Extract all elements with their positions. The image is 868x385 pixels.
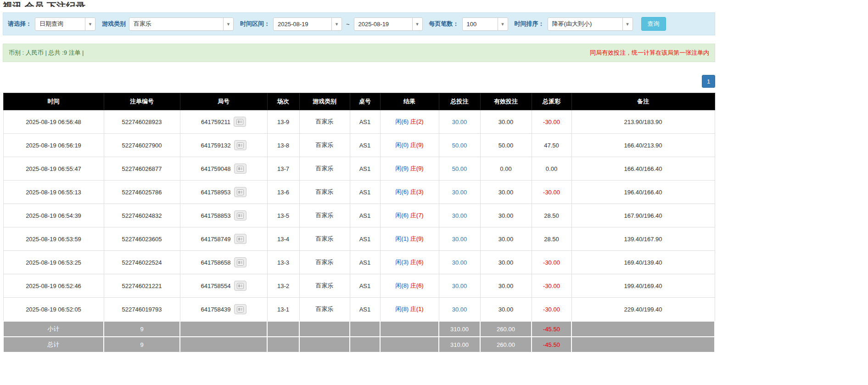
- per-page-dropdown[interactable]: 100 ▾: [462, 17, 508, 31]
- cell-time: 2025-08-19 06:53:59: [3, 227, 104, 251]
- summary-bar: 币别 : 人民币 | 总共 :9 注单 | 同局有效投注，统一计算在该局第一张注…: [3, 44, 715, 62]
- cell-bet-id: 522746019793: [104, 298, 180, 322]
- date-to-dropdown[interactable]: 2025-08-19 ▾: [354, 17, 423, 31]
- page-button-1[interactable]: 1: [702, 75, 715, 88]
- cell-result: 闲(1) 庄(9): [380, 227, 439, 251]
- round-result-icon[interactable]: [234, 234, 246, 244]
- round-number: 641758554: [201, 283, 230, 289]
- cell-bet-id: 522746025786: [104, 181, 180, 204]
- round-number: 641759132: [201, 142, 230, 149]
- cell-round: 641758953: [180, 181, 267, 204]
- round-result-icon[interactable]: [234, 210, 246, 221]
- cell-table: AS1: [350, 157, 380, 181]
- chevron-down-icon: ▾: [412, 18, 422, 30]
- round-result-icon[interactable]: [234, 117, 246, 127]
- cell-time: 2025-08-19 06:52:05: [3, 298, 104, 322]
- cell-result: 闲(6) 庄(3): [380, 181, 439, 204]
- footer-count: 9: [104, 321, 180, 337]
- sort-order-dropdown[interactable]: 降幂(由大到小) ▾: [548, 17, 633, 31]
- cell-game: 百家乐: [299, 251, 350, 274]
- banker-result: 庄(2): [410, 118, 424, 125]
- cell-game: 百家乐: [299, 134, 350, 157]
- player-result: 闲(6): [395, 212, 409, 219]
- cell-round: 641759048: [180, 157, 267, 181]
- cell-session: 13-9: [267, 110, 299, 134]
- round-result-icon[interactable]: [234, 304, 246, 314]
- cell-note: 196.40/166.40: [571, 181, 715, 204]
- banker-result: 庄(9): [410, 235, 424, 242]
- table-row: 2025-08-19 06:56:48522746028923641759211…: [3, 110, 715, 134]
- cell-payout: 0.00: [532, 157, 571, 181]
- page-title: 视讯 会员 下注纪录: [3, 0, 715, 7]
- round-result-icon[interactable]: [234, 281, 246, 291]
- page-title-clip: 视讯 会员 下注纪录: [3, 0, 715, 7]
- per-page-label: 每页笔数：: [429, 20, 459, 28]
- banker-result: 庄(9): [410, 142, 424, 148]
- currency-total-text: 币别 : 人民币 | 总共 :9 注单 |: [9, 49, 84, 57]
- chevron-down-icon: ▾: [622, 18, 633, 30]
- round-result-icon[interactable]: [234, 187, 246, 197]
- date-to-value: 2025-08-19: [354, 21, 412, 28]
- date-from-dropdown[interactable]: 2025-08-19 ▾: [273, 17, 342, 31]
- pagination: 1: [3, 75, 715, 88]
- cell-round: 641758853: [180, 204, 267, 227]
- per-page-group: 每页笔数： 100 ▾: [429, 17, 508, 31]
- column-header: 备注: [571, 93, 715, 110]
- cell-game: 百家乐: [299, 274, 350, 298]
- cell-session: 13-1: [267, 298, 299, 322]
- round-result-icon[interactable]: [234, 257, 246, 267]
- column-header: 有效投注: [480, 93, 532, 110]
- cell-valid-bet: 30.00: [480, 298, 532, 322]
- cell-session: 13-6: [267, 181, 299, 204]
- banker-result: 庄(1): [410, 306, 424, 312]
- total-bet-link[interactable]: 30.00: [452, 283, 467, 289]
- cell-total-bet: 30.00: [439, 110, 480, 134]
- cell-note: 139.40/167.90: [571, 227, 715, 251]
- cell-round: 641758439: [180, 298, 267, 322]
- cell-total-bet: 30.00: [439, 181, 480, 204]
- round-result-icon[interactable]: [234, 164, 246, 174]
- cell-result: 闲(6) 庄(7): [380, 204, 439, 227]
- total-bet-link[interactable]: 30.00: [452, 212, 467, 219]
- cell-note: 166.40/166.40: [571, 157, 715, 181]
- chevron-down-icon: ▾: [85, 18, 95, 30]
- cell-table: AS1: [350, 227, 380, 251]
- cell-time: 2025-08-19 06:56:19: [3, 134, 104, 157]
- total-bet-link[interactable]: 30.00: [452, 306, 467, 313]
- player-result: 闲(8): [395, 306, 409, 312]
- cell-table: AS1: [350, 181, 380, 204]
- game-type-dropdown[interactable]: 百家乐 ▾: [129, 17, 234, 31]
- cell-round: 641758749: [180, 227, 267, 251]
- cell-session: 13-2: [267, 274, 299, 298]
- column-header: 结果: [380, 93, 439, 110]
- search-button[interactable]: 查询: [641, 17, 666, 31]
- total-bet-link[interactable]: 50.00: [452, 142, 467, 149]
- total-bet-link[interactable]: 30.00: [452, 236, 467, 243]
- game-type-group: 游戏类别 百家乐 ▾: [102, 17, 234, 31]
- query-type-group: 请选择： 日期查询 ▾: [8, 17, 95, 31]
- table-row: 2025-08-19 06:52:05522746019793641758439…: [3, 298, 715, 322]
- table-row: 2025-08-19 06:53:59522746023605641758749…: [3, 227, 715, 251]
- cell-valid-bet: 30.00: [480, 274, 532, 298]
- total-bet-link[interactable]: 50.00: [452, 165, 467, 172]
- cell-note: 229.40/199.40: [571, 298, 715, 322]
- query-type-dropdown[interactable]: 日期查询 ▾: [35, 17, 95, 31]
- total-bet-link[interactable]: 30.00: [452, 259, 467, 266]
- round-number: 641758749: [201, 236, 230, 243]
- date-from-value: 2025-08-19: [274, 21, 331, 28]
- banker-result: 庄(3): [410, 188, 424, 195]
- column-header: 总派彩: [532, 93, 571, 110]
- cell-session: 13-3: [267, 251, 299, 274]
- cell-game: 百家乐: [299, 110, 350, 134]
- round-result-icon[interactable]: [234, 140, 246, 150]
- cell-time: 2025-08-19 06:55:47: [3, 157, 104, 181]
- total-bet-link[interactable]: 30.00: [452, 189, 467, 196]
- round-number: 641759211: [201, 119, 230, 125]
- column-header: 时间: [3, 93, 104, 110]
- cell-session: 13-4: [267, 227, 299, 251]
- total-bet-link[interactable]: 30.00: [452, 119, 467, 125]
- cell-bet-id: 522746027900: [104, 134, 180, 157]
- cell-session: 13-7: [267, 157, 299, 181]
- cell-note: 167.90/196.40: [571, 204, 715, 227]
- cell-payout: 47.50: [532, 134, 571, 157]
